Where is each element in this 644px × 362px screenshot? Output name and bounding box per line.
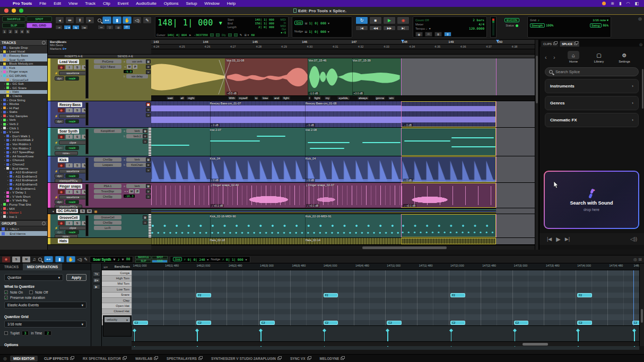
- track-list-item[interactable]: ▪ ▸ Voc Samples: [0, 114, 47, 118]
- popout-icon[interactable]: [574, 42, 577, 45]
- track-list-item[interactable]: ▪ ▸ Hats: [0, 90, 47, 94]
- tuplet-checkbox[interactable]: ✓: [4, 331, 8, 335]
- dyn-selector[interactable]: dyn: [55, 119, 64, 123]
- midi-note-kick[interactable]: C2: [324, 321, 338, 325]
- elastic-audio-selector[interactable]: none ⌔: [55, 234, 78, 238]
- track-list-item[interactable]: ▪ ▸ Hi Pad: [0, 106, 47, 110]
- track-list-item[interactable]: ▪ ▸ Kick: [0, 66, 47, 70]
- lyric-marker[interactable]: and: [273, 96, 280, 100]
- edit-mode-button[interactable]: SHUFFLE: [2, 16, 25, 22]
- track-freeze-icon[interactable]: ▪: [1, 114, 2, 118]
- tempo-label[interactable]: Tempo: [415, 27, 425, 30]
- tab-clips[interactable]: CLIPS: [541, 41, 559, 47]
- track-lane-lead-vocal[interactable]: Vox.03_11-08 +5.5 dB Vox.07_15-46 -1.0 d…: [151, 58, 535, 96]
- clip-gain[interactable]: +5.5 dB: [227, 92, 238, 95]
- record-enable-button[interactable]: ◉: [58, 108, 65, 112]
- track-list-item[interactable]: ▪ ▸ MIX: [0, 207, 47, 211]
- edit-canvas[interactable]: 143144145146147148149150 4:244:254:264:2…: [151, 40, 535, 250]
- clip-name[interactable]: Hats_02-14: [306, 239, 320, 242]
- track-freeze-icon[interactable]: ▪: [1, 211, 2, 214]
- track-freeze-icon[interactable]: ▪: [4, 158, 5, 162]
- popout-icon[interactable]: [553, 42, 556, 45]
- auto-scroll-button[interactable]: ⇉: [115, 25, 122, 30]
- track-list-item[interactable]: ▪ ▸ V Verb Big: [0, 199, 47, 203]
- midi-note-snare[interactable]: F2: [196, 293, 211, 297]
- track-list-icon[interactable]: ≡: [143, 134, 147, 138]
- length-value[interactable]: 2| 0| 000: [258, 25, 274, 29]
- track-list-item[interactable]: ▪ ▸ Chorus2: [0, 162, 47, 166]
- track-header-hats[interactable]: Hats: [48, 238, 151, 245]
- clip-gain[interactable]: ♪ 0 dB: [403, 179, 413, 182]
- scrubber-tool-button[interactable]: ◁): [133, 16, 142, 24]
- inserts-header-label[interactable]: INSERTS A-E: [48, 55, 100, 58]
- midi-vertical-scrollbar[interactable]: [639, 263, 644, 346]
- return-to-zero-button[interactable]: |◀: [355, 25, 368, 31]
- popout-icon[interactable]: [154, 357, 157, 360]
- zoom-out-icon[interactable]: ◂: [55, 16, 64, 24]
- bottom-bar-options-icon[interactable]: ◎: [3, 356, 7, 361]
- note-on-checkbox[interactable]: ✓: [4, 290, 8, 294]
- play-sample-button[interactable]: ▶: [556, 236, 560, 243]
- track-options-icon[interactable]: ▣: [146, 184, 151, 188]
- splice-category-card[interactable]: Cinematic FX›: [545, 113, 639, 127]
- lyric-marker[interactable]: fight: [314, 96, 321, 100]
- menu-item[interactable]: Track: [85, 1, 95, 6]
- clip-gain[interactable]: -1.0 dB: [308, 92, 319, 95]
- record-enable-button[interactable]: ◉: [58, 65, 65, 69]
- tab-splice[interactable]: SPLICE: [560, 41, 579, 47]
- popout-icon[interactable]: [307, 357, 310, 360]
- track-lane-gc-drums[interactable]: [151, 208, 535, 214]
- menu-extra-icon[interactable]: ≋: [611, 1, 614, 6]
- zoom-horizontal-icon[interactable]: ⇹: [65, 16, 74, 24]
- track-list-item[interactable]: ▪ ▸ A3 DontWalk 2: [0, 138, 47, 143]
- clip-name[interactable]: Reecey Bass-cm_01-07: [210, 102, 241, 105]
- nudge-value[interactable]: 1| 0| 000: [309, 30, 326, 33]
- track-freeze-icon[interactable]: ▪: [7, 183, 8, 186]
- automation-mode-selector[interactable]: read ▾: [65, 200, 79, 204]
- track-lane-soar-synth[interactable]: Inst 2-07Inst 2-08: [151, 128, 535, 156]
- midi-toolbar-options-icon[interactable]: ◎ ⊞: [633, 257, 642, 262]
- solo-button[interactable]: S: [80, 209, 85, 213]
- midi-edit-mode-button[interactable]: SHUFFLE: [135, 256, 151, 259]
- fast-forward-button[interactable]: ▶▶: [383, 25, 396, 31]
- zoomer-tool-icon[interactable]: [38, 258, 42, 261]
- popout-icon[interactable]: [341, 357, 344, 360]
- track-options-icon[interactable]: ▣: [143, 129, 147, 133]
- scrollbar-thumb[interactable]: [523, 343, 548, 346]
- stop-button[interactable]: ■: [369, 16, 382, 24]
- splice-category-card[interactable]: Instruments›: [545, 79, 639, 93]
- go-to-end-button[interactable]: ▶|: [397, 25, 410, 31]
- track-freeze-icon[interactable]: ▪: [4, 90, 5, 93]
- lyric-marker[interactable]: all: [180, 96, 185, 100]
- operation-dropdown[interactable]: Quantize▾: [4, 274, 63, 281]
- menu-item[interactable]: Edit: [54, 1, 61, 6]
- tab-tracks[interactable]: TRACKS: [0, 263, 23, 270]
- track-freeze-icon[interactable]: ▪: [7, 171, 8, 174]
- track-name[interactable]: Soar Synth: [58, 129, 79, 134]
- track-header-gc-drums[interactable]: ▾ GC DRUMS S M ▦: [48, 208, 151, 214]
- pre-roll-button[interactable]: 🎙: [444, 32, 451, 37]
- automation-mode-selector[interactable]: read ▾: [65, 146, 79, 150]
- lyric-marker[interactable]: wait: [167, 96, 174, 100]
- track-freeze-icon[interactable]: ▪: [7, 179, 8, 182]
- record-enable-button[interactable]: ◉: [58, 190, 65, 194]
- lyric-marker[interactable]: With: [228, 96, 236, 100]
- midi-horizontal-scrollbar[interactable]: [132, 341, 639, 346]
- lyric-marker[interactable]: lose: [262, 96, 269, 100]
- clip-name[interactable]: ⤓ Finger snaps_02-40: [211, 183, 239, 187]
- track-header-groovecell[interactable]: GrooveCell ◉ISM ⚡clips ▾ dynread ▾ none …: [48, 214, 151, 238]
- insert-plugin-button[interactable]: ChnlStp: [94, 195, 121, 199]
- clip-name[interactable]: Kick_02-16-MIDI-91: [306, 215, 332, 218]
- midi-note-kick[interactable]: C2: [196, 321, 211, 325]
- insert-plugin-button[interactable]: ChnlStp: [94, 220, 121, 225]
- close-window-button[interactable]: [4, 8, 8, 13]
- record-enable-button[interactable]: ◉: [58, 135, 65, 139]
- track-list-item[interactable]: ▪ ▸ Verb 2: [0, 122, 47, 126]
- track-list-item[interactable]: ▪ ▸ Verb: [0, 118, 47, 122]
- menu-item[interactable]: Window: [204, 1, 219, 6]
- track-list-item[interactable]: ▪ ▸ A10 EndHarm2: [0, 170, 47, 174]
- track-list-item[interactable]: ▪ ▸ Sample Drop: [0, 46, 47, 50]
- bottom-tab[interactable]: MIDI EDITOR: [10, 356, 38, 361]
- menu-item[interactable]: Setup: [186, 1, 197, 6]
- menu-item[interactable]: Help: [227, 1, 236, 6]
